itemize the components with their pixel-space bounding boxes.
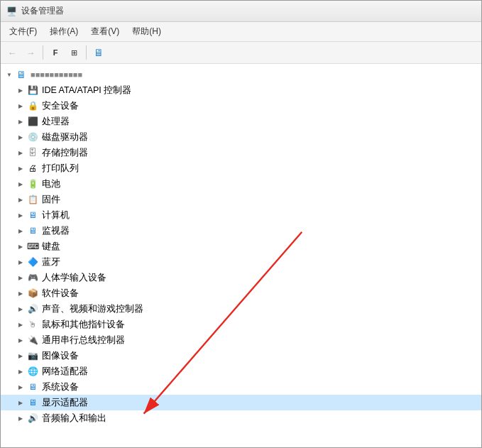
hid-toggle[interactable] [15, 272, 26, 283]
firmware-icon: 📋 [26, 193, 39, 206]
root-toggle[interactable] [4, 69, 15, 80]
menu-action[interactable]: 操作(A) [44, 23, 84, 40]
tree-item-ide[interactable]: 💾 IDE ATA/ATAPI 控制器 [1, 82, 481, 98]
storage-toggle[interactable] [15, 147, 26, 158]
cpu-label: 处理器 [42, 116, 70, 128]
sound-label: 声音、视频和游戏控制器 [42, 303, 143, 315]
display-button[interactable]: 🖥 [90, 44, 107, 61]
tree-item-sound[interactable]: 🔊 声音、视频和游戏控制器 [1, 301, 481, 317]
tree-item-mouse[interactable]: 🖱 鼠标和其他指针设备 [1, 317, 481, 332]
cpu-toggle[interactable] [15, 116, 26, 127]
computer-label: 计算机 [42, 209, 70, 222]
mouse-toggle[interactable] [15, 319, 26, 330]
forward-button[interactable]: → [22, 44, 39, 61]
content-wrapper: 🖥 ■■■■■■■■■■■ 💾 IDE ATA/ATAPI 控制器 🔒 安全设备… [1, 64, 481, 447]
system-label: 系统设备 [42, 381, 79, 393]
keyboard-icon: ⌨ [26, 240, 39, 253]
tree-item-security[interactable]: 🔒 安全设备 [1, 98, 481, 114]
network-icon: 🌐 [26, 365, 39, 378]
tree-item-system[interactable]: 🖥 系统设备 [1, 379, 481, 395]
sound-toggle[interactable] [15, 303, 26, 315]
back-button[interactable]: ← [4, 44, 21, 61]
audio-toggle[interactable] [15, 413, 26, 424]
tree-item-computer[interactable]: 🖥 计算机 [1, 207, 481, 223]
network-label: 网络适配器 [42, 366, 88, 378]
update-driver-button[interactable]: ⊞ [65, 44, 82, 61]
tree-item-storage[interactable]: 🗄 存储控制器 [1, 145, 481, 160]
storage-icon: 🗄 [26, 146, 39, 159]
tree-item-disk[interactable]: 💿 磁盘驱动器 [1, 129, 481, 145]
tree-root[interactable]: 🖥 ■■■■■■■■■■■ [1, 67, 481, 82]
tree-item-audio[interactable]: 🔊 音频输入和输出 [1, 410, 481, 426]
security-label: 安全设备 [42, 100, 79, 112]
software-toggle[interactable] [15, 288, 26, 299]
security-toggle[interactable] [15, 100, 26, 111]
printer-toggle[interactable] [15, 163, 26, 174]
tree-item-printer[interactable]: 🖨 打印队列 [1, 160, 481, 176]
display-label: 显示适配器 [42, 397, 88, 409]
tree-item-usb[interactable]: 🔌 通用串行总线控制器 [1, 332, 481, 348]
software-icon: 📦 [26, 287, 39, 300]
menu-help[interactable]: 帮助(H) [126, 23, 167, 40]
keyboard-toggle[interactable] [15, 241, 26, 252]
properties-button[interactable]: F [47, 44, 64, 61]
sound-icon: 🔊 [26, 302, 39, 315]
tree-panel[interactable]: 🖥 ■■■■■■■■■■■ 💾 IDE ATA/ATAPI 控制器 🔒 安全设备… [1, 64, 481, 447]
security-icon: 🔒 [26, 99, 39, 112]
tree-item-cpu[interactable]: ⬛ 处理器 [1, 114, 481, 129]
tree-item-monitor[interactable]: 🖥 监视器 [1, 223, 481, 239]
tree-item-imaging[interactable]: 📷 图像设备 [1, 348, 481, 364]
disk-label: 磁盘驱动器 [42, 131, 88, 143]
computer-icon: 🖥 [26, 209, 39, 222]
device-manager-window: 🖥️ 设备管理器 文件(F) 操作(A) 查看(V) 帮助(H) ← → F ⊞… [0, 0, 482, 448]
audio-label: 音频输入和输出 [42, 413, 106, 425]
tree-item-bluetooth[interactable]: 🔷 蓝牙 [1, 254, 481, 270]
menu-file[interactable]: 文件(F) [4, 23, 43, 40]
hid-icon: 🎮 [26, 271, 39, 284]
monitor-label: 监视器 [42, 225, 70, 237]
tree-item-network[interactable]: 🌐 网络适配器 [1, 364, 481, 379]
imaging-toggle[interactable] [15, 350, 26, 361]
audio-icon: 🔊 [26, 412, 39, 425]
monitor-icon: 🖥 [26, 224, 39, 237]
toolbar-separator-1 [43, 45, 43, 60]
firmware-toggle[interactable] [15, 194, 26, 205]
display-icon: 🖥 [26, 396, 39, 409]
root-icon: 🖥 [15, 68, 28, 81]
keyboard-label: 键盘 [42, 241, 60, 253]
hid-label: 人体学输入设备 [42, 272, 106, 284]
bluetooth-toggle[interactable] [15, 256, 26, 268]
ide-toggle[interactable] [15, 84, 26, 96]
tree-item-keyboard[interactable]: ⌨ 键盘 [1, 239, 481, 254]
toolbar-separator-2 [86, 45, 87, 60]
battery-label: 电池 [42, 178, 60, 190]
firmware-label: 固件 [42, 194, 60, 206]
system-icon: 🖥 [26, 381, 39, 393]
software-label: 软件设备 [42, 288, 79, 300]
tree-item-firmware[interactable]: 📋 固件 [1, 192, 481, 207]
ide-label: IDE ATA/ATAPI 控制器 [42, 84, 131, 97]
printer-label: 打印队列 [42, 163, 79, 175]
monitor-toggle[interactable] [15, 225, 26, 236]
tree-item-battery[interactable]: 🔋 电池 [1, 176, 481, 192]
menu-view[interactable]: 查看(V) [85, 23, 125, 40]
disk-toggle[interactable] [15, 131, 26, 143]
mouse-icon: 🖱 [26, 318, 39, 331]
disk-icon: 💿 [26, 131, 39, 143]
tree-item-hid[interactable]: 🎮 人体学输入设备 [1, 270, 481, 285]
window-title: 设备管理器 [21, 5, 64, 17]
display-toggle[interactable] [15, 397, 26, 408]
usb-label: 通用串行总线控制器 [42, 334, 125, 346]
bluetooth-icon: 🔷 [26, 256, 39, 268]
menu-bar: 文件(F) 操作(A) 查看(V) 帮助(H) [1, 22, 481, 42]
tree-item-software[interactable]: 📦 软件设备 [1, 285, 481, 301]
root-label: ■■■■■■■■■■■ [31, 70, 82, 79]
mouse-label: 鼠标和其他指针设备 [42, 319, 125, 331]
system-toggle[interactable] [15, 381, 26, 393]
usb-toggle[interactable] [15, 334, 26, 346]
tree-item-display[interactable]: 🖥 显示适配器 [1, 395, 481, 410]
computer-toggle[interactable] [15, 209, 26, 221]
network-toggle[interactable] [15, 366, 26, 377]
usb-icon: 🔌 [26, 334, 39, 346]
battery-toggle[interactable] [15, 178, 26, 190]
